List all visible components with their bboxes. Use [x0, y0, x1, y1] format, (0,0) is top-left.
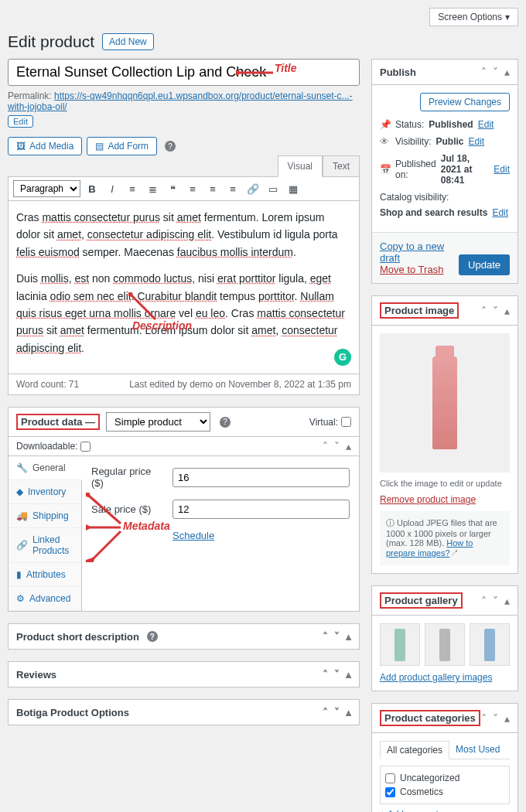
tab-linked[interactable]: 🔗Linked Products	[9, 528, 81, 563]
botiga-title: Botiga Product Options	[16, 707, 129, 718]
product-categories-title: Product categories	[380, 710, 480, 726]
tab-all-categories[interactable]: All categories	[380, 741, 449, 759]
eye-icon: 👁	[380, 136, 391, 147]
editor-body[interactable]: Cras mattis consectetur purus sit amet f…	[9, 201, 359, 374]
tab-visual[interactable]: Visual	[278, 155, 323, 177]
add-media-button[interactable]: 🖼 Add Media	[8, 137, 82, 155]
category-checkbox-cosmetics[interactable]	[385, 787, 395, 797]
camera-icon: 🖼	[16, 141, 26, 152]
sale-price-input[interactable]	[172, 500, 350, 519]
permalink-label: Permalink:	[8, 90, 52, 101]
preview-changes-button[interactable]: Preview Changes	[420, 93, 510, 111]
gear-icon: ⚙	[16, 593, 25, 604]
category-checkbox-uncategorized[interactable]	[385, 773, 395, 783]
edit-status-link[interactable]: Edit	[478, 119, 494, 130]
regular-price-label: Regular price ($)	[91, 466, 165, 489]
format-select[interactable]: Paragraph	[13, 180, 80, 197]
gallery-item[interactable]	[470, 623, 510, 666]
chevron-down-icon: ▾	[505, 12, 510, 22]
quote-button[interactable]: ❝	[164, 180, 181, 197]
tag-icon: ▮	[16, 569, 22, 580]
number-list-button[interactable]: ≣	[144, 180, 161, 197]
sale-price-label: Sale price ($)	[91, 503, 165, 515]
last-edited: Last edited by demo on November 8, 2022 …	[129, 379, 351, 390]
downloadable-checkbox[interactable]	[80, 442, 91, 452]
add-category-link[interactable]: + Add new category	[380, 809, 462, 812]
tab-general[interactable]: 🔧General	[9, 456, 82, 480]
bold-button[interactable]: B	[84, 180, 101, 197]
word-count: Word count: 71	[16, 379, 79, 390]
tab-most-used[interactable]: Most Used	[449, 741, 506, 759]
link-button[interactable]: 🔗	[244, 180, 261, 197]
editor-toolbar: Paragraph B I ≡ ≣ ❝ ≡ ≡ ≡ 🔗 ▭ ▦	[9, 177, 359, 201]
chevron-down-icon[interactable]: ˅	[334, 440, 340, 452]
short-description-title: Product short description	[16, 631, 139, 643]
edit-date-link[interactable]: Edit	[494, 164, 510, 175]
product-data-title: Product data —	[16, 414, 100, 430]
add-new-button[interactable]: Add New	[102, 33, 154, 50]
product-title-input[interactable]	[8, 59, 360, 86]
add-form-button[interactable]: ▤ Add Form	[87, 137, 157, 155]
grammarly-icon[interactable]: G	[334, 349, 351, 366]
align-center-button[interactable]: ≡	[204, 180, 221, 197]
edit-catalog-link[interactable]: Edit	[492, 207, 508, 218]
tab-text[interactable]: Text	[323, 155, 360, 177]
chevron-up-icon[interactable]: ˄	[323, 440, 328, 452]
update-button[interactable]: Update	[459, 254, 510, 275]
inventory-icon: ◆	[16, 486, 23, 497]
help-icon[interactable]: ?	[165, 141, 176, 152]
bullet-list-button[interactable]: ≡	[124, 180, 141, 197]
virtual-checkbox[interactable]	[341, 417, 351, 427]
product-gallery-title: Product gallery	[380, 592, 463, 609]
calendar-icon: 📅	[380, 164, 391, 175]
gallery-item[interactable]	[425, 623, 465, 666]
form-icon: ▤	[95, 141, 104, 152]
image-hint: Click the image to edit or update	[380, 479, 510, 488]
publish-title: Publish	[380, 67, 416, 78]
screen-options-toggle[interactable]: Screen Options ▾	[429, 8, 518, 26]
add-gallery-link[interactable]: Add product gallery images	[380, 672, 492, 683]
copy-draft-link[interactable]: Copy to a new draft	[380, 241, 444, 264]
align-right-button[interactable]: ≡	[224, 180, 241, 197]
product-type-select[interactable]: Simple product	[106, 412, 210, 432]
truck-icon: 🚚	[16, 510, 28, 521]
reviews-title: Reviews	[16, 669, 56, 681]
help-icon[interactable]: ?	[220, 417, 231, 428]
toolbar-toggle-button[interactable]: ▦	[285, 180, 302, 197]
regular-price-input[interactable]	[172, 468, 350, 487]
tab-shipping[interactable]: 🚚Shipping	[9, 504, 81, 528]
edit-slug-button[interactable]: Edit	[8, 115, 33, 128]
link-icon: 🔗	[16, 540, 28, 551]
info-icon: ⓘ	[386, 518, 394, 527]
tab-attributes[interactable]: ▮Attributes	[9, 563, 81, 587]
pin-icon: 📌	[380, 119, 391, 130]
toggle-icon[interactable]: ▴	[346, 440, 351, 452]
gallery-item[interactable]	[380, 623, 420, 666]
move-trash-link[interactable]: Move to Trash	[380, 264, 443, 275]
product-image-title: Product image	[380, 302, 459, 319]
italic-button[interactable]: I	[104, 180, 121, 197]
tab-advanced[interactable]: ⚙Advanced	[9, 587, 81, 611]
page-title: Edit product	[8, 32, 94, 51]
edit-visibility-link[interactable]: Edit	[468, 136, 484, 147]
wrench-icon: 🔧	[16, 462, 28, 473]
product-image-preview[interactable]	[380, 333, 510, 473]
remove-image-link[interactable]: Remove product image	[380, 494, 476, 505]
tab-inventory[interactable]: ◆Inventory	[9, 480, 81, 504]
permalink-url[interactable]: https://s-qw49nhqqn6qpl.eu1.wpsandbox.or…	[8, 90, 353, 112]
schedule-link[interactable]: Schedule	[172, 530, 214, 541]
align-left-button[interactable]: ≡	[184, 180, 201, 197]
more-button[interactable]: ▭	[265, 180, 282, 197]
help-icon[interactable]: ?	[147, 631, 158, 642]
